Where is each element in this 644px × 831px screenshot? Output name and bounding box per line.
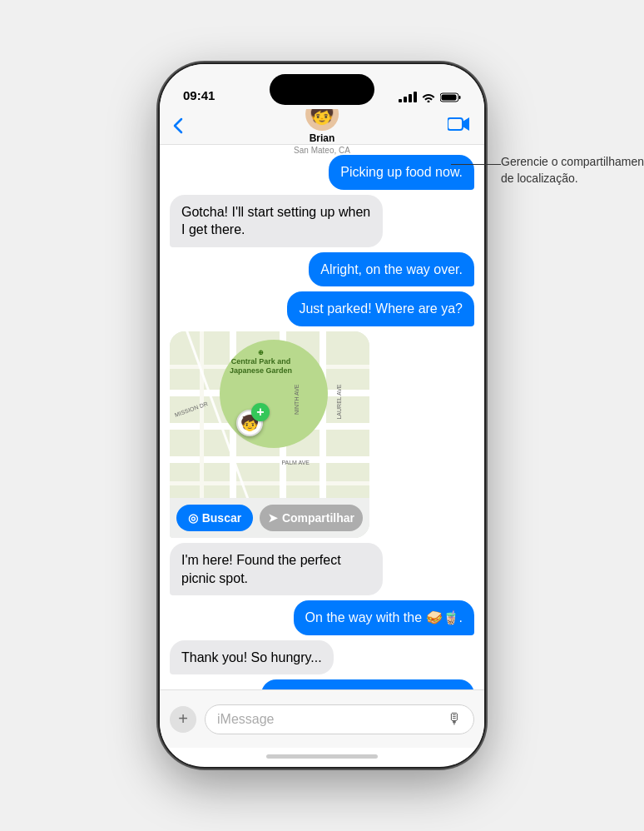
map-background: ⊕Central Park andJapanese Garden MISSION… (170, 331, 369, 498)
dynamic-island (270, 74, 374, 105)
message-row: Alright, on the way over. (170, 252, 474, 287)
share-icon: ➤ (268, 511, 278, 525)
home-indicator (160, 748, 484, 764)
share-label: Compartilhar (282, 511, 354, 525)
message-bubble: I'm here! Found the perfect picnic spot. (170, 543, 383, 595)
message-bubble: Thank you! So hungry... (170, 640, 334, 675)
message-bubble: Gotcha! I'll start setting up when I get… (170, 195, 383, 247)
compass-icon: ◎ (188, 511, 198, 525)
message-row: Picking up food now. (170, 155, 474, 190)
map-bubble[interactable]: ⊕Central Park andJapanese Garden MISSION… (170, 331, 369, 538)
svg-rect-3 (448, 118, 463, 130)
map-buttons: ◎ Buscar ➤ Compartilhar (170, 498, 369, 538)
street-label-ninth: NINTH AVE (294, 384, 300, 414)
annotation: Gerencie o compartilhamento de localizaç… (501, 154, 644, 187)
svg-rect-2 (442, 94, 457, 100)
search-label: Buscar (202, 511, 241, 525)
signal-icon (399, 92, 417, 102)
phone-frame: 09:41 (160, 64, 484, 767)
message-bubble: Just parked! Where are ya? (287, 291, 474, 326)
map-image: ⊕Central Park andJapanese Garden MISSION… (170, 331, 369, 498)
message-bubble: Picking up food now. (329, 155, 474, 190)
annotation-text: Gerencie o compartilhamento de localizaç… (501, 154, 644, 187)
street-label-palm: PALM AVE (281, 460, 310, 465)
search-button[interactable]: ◎ Buscar (176, 505, 253, 531)
map-plus-icon: + (251, 403, 270, 421)
status-icons (399, 92, 461, 104)
map-park-label: ⊕Central Park andJapanese Garden (230, 348, 292, 375)
add-button[interactable]: + (170, 706, 196, 733)
message-bubble: Me too, haha. See you shortly! 😎 (261, 679, 474, 689)
contact-subtitle: San Mateo, CA (294, 146, 350, 155)
message-row: Me too, haha. See you shortly! 😎 (170, 679, 474, 689)
message-row: I'm here! Found the perfect picnic spot. (170, 543, 474, 595)
home-bar (266, 754, 378, 759)
message-row: Just parked! Where are ya? (170, 291, 474, 326)
input-bar: + iMessage 🎙 (160, 689, 484, 748)
svg-rect-1 (459, 96, 461, 99)
message-input[interactable]: iMessage 🎙 (205, 704, 474, 734)
message-row: Gotcha! I'll start setting up when I get… (170, 195, 474, 247)
battery-icon (440, 92, 461, 102)
wifi-icon (422, 92, 435, 102)
contact-name: Brian (310, 132, 335, 144)
back-button[interactable] (173, 117, 183, 134)
street-label-laurel: LAUREL AVE (336, 384, 342, 419)
status-time: 09:41 (183, 88, 215, 104)
share-location-button[interactable]: ➤ Compartilhar (260, 505, 363, 531)
mic-button[interactable]: 🎙 (447, 710, 462, 728)
message-row: ⊕Central Park andJapanese Garden MISSION… (170, 331, 474, 538)
video-call-button[interactable] (448, 116, 471, 136)
nav-bar: 🧒 Brian San Mateo, CA (160, 109, 484, 145)
input-placeholder: iMessage (217, 712, 274, 727)
messages-area: Picking up food now. Gotcha! I'll start … (160, 145, 484, 689)
message-bubble: On the way with the 🥪🧋. (294, 600, 474, 635)
plus-icon: + (178, 709, 188, 729)
annotation-line (451, 164, 501, 165)
map-avatar-pin: 🧒 + (236, 410, 263, 436)
message-row: Thank you! So hungry... (170, 640, 474, 675)
message-row: On the way with the 🥪🧋. (170, 600, 474, 635)
message-bubble: Alright, on the way over. (309, 252, 474, 287)
